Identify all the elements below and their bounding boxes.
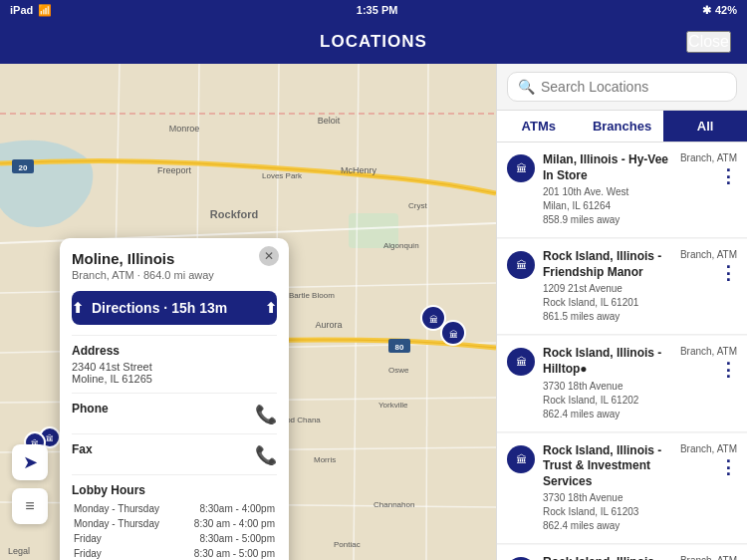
more-options-button[interactable]: ⋮	[719, 458, 737, 476]
filter-tabs: ATMs Branches All	[497, 111, 747, 142]
page-title: LOCATIONS	[320, 32, 427, 52]
hours-row: Monday - Thursday8:30am - 4:00pm	[74, 502, 275, 515]
fax-section[interactable]: Fax 📞	[72, 433, 277, 474]
more-options-button[interactable]: ⋮	[719, 167, 737, 185]
svg-text:Bartle Bloom: Bartle Bloom	[289, 291, 335, 300]
location-icon: 🏛	[507, 251, 535, 279]
search-bar: 🔍	[497, 64, 747, 111]
location-content: Rock Island, Illinois - Downtown 1600 4t…	[543, 555, 672, 560]
map-area[interactable]: 20 80 Monroe Beloit Freeport Rockford Mc…	[0, 64, 496, 560]
location-type: Branch, ATM	[680, 555, 737, 560]
address-label: Address	[72, 344, 152, 358]
svg-text:Algonquin: Algonquin	[383, 241, 419, 250]
directions-label: Directions · 15h 13m	[92, 300, 227, 316]
location-address: 3730 18th Avenue Rock Island, IL 61203 8…	[543, 491, 672, 533]
map-location-button[interactable]: ➤	[12, 444, 48, 480]
search-icon: 🔍	[518, 79, 535, 95]
location-content: Rock Island, Illinois - Hilltop● 3730 18…	[543, 346, 672, 420]
status-left: iPad 📶	[10, 4, 52, 17]
svg-text:80: 80	[395, 343, 404, 352]
svg-text:Yorkville: Yorkville	[378, 401, 408, 410]
svg-text:Cryst: Cryst	[408, 201, 427, 210]
svg-text:🏛: 🏛	[429, 315, 438, 325]
location-address: 3730 18th Avenue Rock Island, IL 61202 8…	[543, 380, 672, 421]
location-address: 1209 21st Avenue Rock Island, IL 61201 8…	[543, 282, 672, 324]
popup-close-button[interactable]: ✕	[259, 246, 279, 266]
main-content: 20 80 Monroe Beloit Freeport Rockford Mc…	[0, 64, 747, 560]
lobby-hours-section: Lobby Hours Monday - Thursday8:30am - 4:…	[72, 474, 277, 560]
location-name: Milan, Illinois - Hy-Vee In Store	[543, 152, 672, 183]
svg-text:Channahon: Channahon	[374, 500, 414, 509]
fax-icon: 📞	[255, 444, 277, 466]
time-label: 1:35 PM	[357, 4, 398, 16]
popup-subtitle: Branch, ATM · 864.0 mi away	[72, 269, 277, 281]
svg-text:Morris: Morris	[314, 455, 336, 464]
address-line2: Moline, IL 61265	[72, 373, 152, 385]
nav-bar: LOCATIONS Close	[0, 20, 747, 64]
layers-icon: ≡	[25, 497, 34, 515]
svg-text:🏛: 🏛	[449, 330, 458, 340]
address-content: Address 2340 41st Street Moline, IL 6126…	[72, 344, 152, 385]
right-panel: 🔍 ATMs Branches All 🏛 Milan, Illinois - …	[496, 64, 747, 560]
svg-text:Beloit: Beloit	[318, 116, 341, 126]
location-more: Branch, ATM ⋮	[680, 555, 737, 560]
location-more: Branch, ATM ⋮	[680, 346, 737, 379]
location-content: Rock Island, Illinois - Friendship Manor…	[543, 249, 672, 324]
more-options-button[interactable]: ⋮	[719, 361, 737, 379]
fax-label: Fax	[72, 442, 93, 456]
popup-title: Moline, Illinois	[72, 250, 277, 267]
location-popup: ✕ Moline, Illinois Branch, ATM · 864.0 m…	[60, 238, 289, 560]
bluetooth-icon: ✱	[702, 4, 711, 17]
svg-text:Oswe: Oswe	[388, 366, 409, 375]
lobby-hours-table: Monday - Thursday8:30am - 4:00pm Monday …	[72, 500, 277, 560]
search-input-wrapper[interactable]: 🔍	[507, 72, 737, 102]
tab-branches[interactable]: Branches	[581, 111, 664, 141]
tab-all[interactable]: All	[663, 111, 747, 141]
svg-text:McHenry: McHenry	[341, 165, 377, 175]
svg-text:Monroe: Monroe	[169, 124, 200, 134]
location-name: Rock Island, Illinois - Hilltop●	[543, 346, 672, 377]
svg-text:Aurora: Aurora	[315, 320, 342, 330]
location-type: Branch, ATM	[680, 152, 737, 163]
list-item[interactable]: 🏛 Rock Island, Illinois - Friendship Man…	[497, 239, 747, 335]
close-button[interactable]: Close	[686, 31, 731, 53]
location-type: Branch, ATM	[680, 443, 737, 454]
address-line1: 2340 41st Street	[72, 361, 152, 373]
list-item[interactable]: 🏛 Rock Island, Illinois - Trust & Invest…	[497, 433, 747, 545]
locations-list: 🏛 Milan, Illinois - Hy-Vee In Store 201 …	[497, 142, 747, 560]
svg-text:🏛: 🏛	[46, 433, 54, 443]
list-item[interactable]: 🏛 Rock Island, Illinois - Hilltop● 3730 …	[497, 336, 747, 431]
location-more: Branch, ATM ⋮	[680, 249, 737, 282]
location-name: Rock Island, Illinois - Downtown	[543, 555, 672, 560]
location-name: Rock Island, Illinois - Trust & Investme…	[543, 443, 672, 490]
directions-button[interactable]: ⬆ Directions · 15h 13m ⬆	[72, 291, 277, 325]
location-address: 201 10th Ave. West Milan, IL 61264 858.9…	[543, 185, 672, 227]
svg-text:Rockford: Rockford	[210, 208, 258, 220]
location-icon: 🏛	[507, 348, 535, 376]
status-right: ✱ 42%	[702, 4, 737, 17]
list-item[interactable]: 🏛 Rock Island, Illinois - Downtown 1600 …	[497, 545, 747, 560]
status-bar: iPad 📶 1:35 PM ✱ 42%	[0, 0, 747, 20]
wifi-icon: 📶	[38, 4, 52, 17]
location-content: Rock Island, Illinois - Trust & Investme…	[543, 443, 672, 534]
map-legal-label: Legal	[8, 546, 30, 556]
svg-text:20: 20	[19, 163, 28, 172]
search-input[interactable]	[541, 79, 726, 95]
location-icon: 🏛	[507, 445, 535, 473]
svg-text:Loves Park: Loves Park	[262, 171, 303, 180]
map-layers-button[interactable]: ≡	[12, 488, 48, 524]
hours-row: Friday8:30am - 5:00pm	[74, 532, 275, 545]
phone-label: Phone	[72, 402, 109, 416]
location-name: Rock Island, Illinois - Friendship Manor	[543, 249, 672, 280]
tab-atms[interactable]: ATMs	[497, 111, 581, 141]
hours-row: Monday - Thursday8:30 am - 4:00 pm	[74, 517, 275, 530]
more-options-button[interactable]: ⋮	[719, 264, 737, 282]
directions-icon: ⬆	[72, 300, 84, 316]
svg-text:Pontiac: Pontiac	[334, 540, 361, 549]
location-type: Branch, ATM	[680, 249, 737, 260]
list-item[interactable]: 🏛 Milan, Illinois - Hy-Vee In Store 201 …	[497, 142, 747, 238]
hours-row: Friday8:30 am - 5:00 pm	[74, 547, 275, 560]
location-type: Branch, ATM	[680, 346, 737, 357]
address-section: Address 2340 41st Street Moline, IL 6126…	[72, 335, 277, 393]
phone-section[interactable]: Phone 📞	[72, 393, 277, 433]
